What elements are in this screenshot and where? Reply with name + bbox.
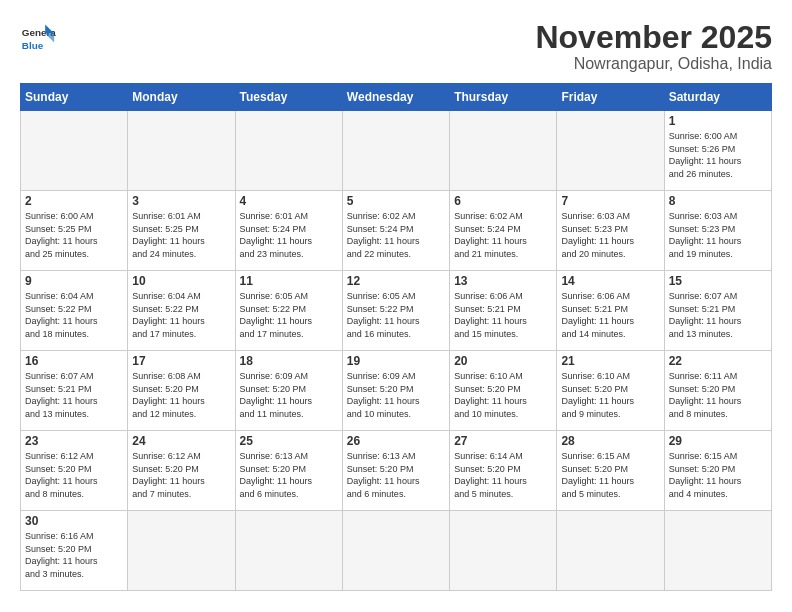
general-blue-icon: General Blue xyxy=(20,20,56,56)
table-row: 11Sunrise: 6:05 AM Sunset: 5:22 PM Dayli… xyxy=(235,271,342,351)
day-number: 29 xyxy=(669,434,767,448)
day-number: 8 xyxy=(669,194,767,208)
day-info: Sunrise: 6:09 AM Sunset: 5:20 PM Dayligh… xyxy=(240,370,338,420)
col-sunday: Sunday xyxy=(21,84,128,111)
table-row: 9Sunrise: 6:04 AM Sunset: 5:22 PM Daylig… xyxy=(21,271,128,351)
day-info: Sunrise: 6:06 AM Sunset: 5:21 PM Dayligh… xyxy=(561,290,659,340)
day-number: 1 xyxy=(669,114,767,128)
day-info: Sunrise: 6:00 AM Sunset: 5:25 PM Dayligh… xyxy=(25,210,123,260)
col-thursday: Thursday xyxy=(450,84,557,111)
calendar-header-row: Sunday Monday Tuesday Wednesday Thursday… xyxy=(21,84,772,111)
table-row: 2Sunrise: 6:00 AM Sunset: 5:25 PM Daylig… xyxy=(21,191,128,271)
table-row: 7Sunrise: 6:03 AM Sunset: 5:23 PM Daylig… xyxy=(557,191,664,271)
day-number: 6 xyxy=(454,194,552,208)
calendar-table: Sunday Monday Tuesday Wednesday Thursday… xyxy=(20,83,772,591)
svg-text:Blue: Blue xyxy=(22,40,44,51)
day-info: Sunrise: 6:01 AM Sunset: 5:24 PM Dayligh… xyxy=(240,210,338,260)
day-number: 17 xyxy=(132,354,230,368)
day-number: 21 xyxy=(561,354,659,368)
day-number: 11 xyxy=(240,274,338,288)
day-info: Sunrise: 6:14 AM Sunset: 5:20 PM Dayligh… xyxy=(454,450,552,500)
day-number: 16 xyxy=(25,354,123,368)
col-monday: Monday xyxy=(128,84,235,111)
day-number: 18 xyxy=(240,354,338,368)
day-info: Sunrise: 6:05 AM Sunset: 5:22 PM Dayligh… xyxy=(347,290,445,340)
day-info: Sunrise: 6:05 AM Sunset: 5:22 PM Dayligh… xyxy=(240,290,338,340)
page: General Blue November 2025 Nowrangapur, … xyxy=(0,0,792,601)
day-info: Sunrise: 6:09 AM Sunset: 5:20 PM Dayligh… xyxy=(347,370,445,420)
day-info: Sunrise: 6:08 AM Sunset: 5:20 PM Dayligh… xyxy=(132,370,230,420)
table-row: 6Sunrise: 6:02 AM Sunset: 5:24 PM Daylig… xyxy=(450,191,557,271)
title-block: November 2025 Nowrangapur, Odisha, India xyxy=(535,20,772,73)
day-info: Sunrise: 6:00 AM Sunset: 5:26 PM Dayligh… xyxy=(669,130,767,180)
day-number: 30 xyxy=(25,514,123,528)
day-info: Sunrise: 6:07 AM Sunset: 5:21 PM Dayligh… xyxy=(25,370,123,420)
table-row: 3Sunrise: 6:01 AM Sunset: 5:25 PM Daylig… xyxy=(128,191,235,271)
day-info: Sunrise: 6:10 AM Sunset: 5:20 PM Dayligh… xyxy=(561,370,659,420)
table-row xyxy=(128,511,235,591)
table-row: 13Sunrise: 6:06 AM Sunset: 5:21 PM Dayli… xyxy=(450,271,557,351)
table-row: 27Sunrise: 6:14 AM Sunset: 5:20 PM Dayli… xyxy=(450,431,557,511)
day-number: 25 xyxy=(240,434,338,448)
table-row: 14Sunrise: 6:06 AM Sunset: 5:21 PM Dayli… xyxy=(557,271,664,351)
day-info: Sunrise: 6:07 AM Sunset: 5:21 PM Dayligh… xyxy=(669,290,767,340)
table-row: 4Sunrise: 6:01 AM Sunset: 5:24 PM Daylig… xyxy=(235,191,342,271)
table-row: 22Sunrise: 6:11 AM Sunset: 5:20 PM Dayli… xyxy=(664,351,771,431)
day-number: 2 xyxy=(25,194,123,208)
table-row: 5Sunrise: 6:02 AM Sunset: 5:24 PM Daylig… xyxy=(342,191,449,271)
day-number: 22 xyxy=(669,354,767,368)
day-number: 3 xyxy=(132,194,230,208)
table-row: 21Sunrise: 6:10 AM Sunset: 5:20 PM Dayli… xyxy=(557,351,664,431)
table-row xyxy=(342,111,449,191)
table-row xyxy=(557,111,664,191)
table-row xyxy=(235,511,342,591)
day-info: Sunrise: 6:06 AM Sunset: 5:21 PM Dayligh… xyxy=(454,290,552,340)
day-number: 13 xyxy=(454,274,552,288)
day-number: 24 xyxy=(132,434,230,448)
table-row xyxy=(342,511,449,591)
col-wednesday: Wednesday xyxy=(342,84,449,111)
col-friday: Friday xyxy=(557,84,664,111)
day-number: 19 xyxy=(347,354,445,368)
day-info: Sunrise: 6:04 AM Sunset: 5:22 PM Dayligh… xyxy=(132,290,230,340)
table-row: 10Sunrise: 6:04 AM Sunset: 5:22 PM Dayli… xyxy=(128,271,235,351)
logo: General Blue xyxy=(20,20,56,56)
header: General Blue November 2025 Nowrangapur, … xyxy=(20,20,772,73)
table-row: 12Sunrise: 6:05 AM Sunset: 5:22 PM Dayli… xyxy=(342,271,449,351)
table-row: 30Sunrise: 6:16 AM Sunset: 5:20 PM Dayli… xyxy=(21,511,128,591)
day-info: Sunrise: 6:03 AM Sunset: 5:23 PM Dayligh… xyxy=(561,210,659,260)
table-row: 20Sunrise: 6:10 AM Sunset: 5:20 PM Dayli… xyxy=(450,351,557,431)
table-row: 1Sunrise: 6:00 AM Sunset: 5:26 PM Daylig… xyxy=(664,111,771,191)
day-info: Sunrise: 6:11 AM Sunset: 5:20 PM Dayligh… xyxy=(669,370,767,420)
day-number: 5 xyxy=(347,194,445,208)
table-row: 15Sunrise: 6:07 AM Sunset: 5:21 PM Dayli… xyxy=(664,271,771,351)
table-row xyxy=(557,511,664,591)
day-info: Sunrise: 6:12 AM Sunset: 5:20 PM Dayligh… xyxy=(25,450,123,500)
day-number: 4 xyxy=(240,194,338,208)
day-info: Sunrise: 6:15 AM Sunset: 5:20 PM Dayligh… xyxy=(561,450,659,500)
day-info: Sunrise: 6:03 AM Sunset: 5:23 PM Dayligh… xyxy=(669,210,767,260)
table-row: 29Sunrise: 6:15 AM Sunset: 5:20 PM Dayli… xyxy=(664,431,771,511)
table-row xyxy=(450,511,557,591)
day-info: Sunrise: 6:01 AM Sunset: 5:25 PM Dayligh… xyxy=(132,210,230,260)
day-info: Sunrise: 6:12 AM Sunset: 5:20 PM Dayligh… xyxy=(132,450,230,500)
table-row xyxy=(664,511,771,591)
table-row: 17Sunrise: 6:08 AM Sunset: 5:20 PM Dayli… xyxy=(128,351,235,431)
table-row: 8Sunrise: 6:03 AM Sunset: 5:23 PM Daylig… xyxy=(664,191,771,271)
day-info: Sunrise: 6:13 AM Sunset: 5:20 PM Dayligh… xyxy=(347,450,445,500)
table-row: 16Sunrise: 6:07 AM Sunset: 5:21 PM Dayli… xyxy=(21,351,128,431)
day-number: 15 xyxy=(669,274,767,288)
table-row xyxy=(450,111,557,191)
table-row: 24Sunrise: 6:12 AM Sunset: 5:20 PM Dayli… xyxy=(128,431,235,511)
table-row: 23Sunrise: 6:12 AM Sunset: 5:20 PM Dayli… xyxy=(21,431,128,511)
day-info: Sunrise: 6:13 AM Sunset: 5:20 PM Dayligh… xyxy=(240,450,338,500)
day-number: 28 xyxy=(561,434,659,448)
day-info: Sunrise: 6:04 AM Sunset: 5:22 PM Dayligh… xyxy=(25,290,123,340)
table-row: 26Sunrise: 6:13 AM Sunset: 5:20 PM Dayli… xyxy=(342,431,449,511)
table-row: 19Sunrise: 6:09 AM Sunset: 5:20 PM Dayli… xyxy=(342,351,449,431)
col-tuesday: Tuesday xyxy=(235,84,342,111)
day-number: 10 xyxy=(132,274,230,288)
table-row: 25Sunrise: 6:13 AM Sunset: 5:20 PM Dayli… xyxy=(235,431,342,511)
day-number: 27 xyxy=(454,434,552,448)
table-row xyxy=(128,111,235,191)
